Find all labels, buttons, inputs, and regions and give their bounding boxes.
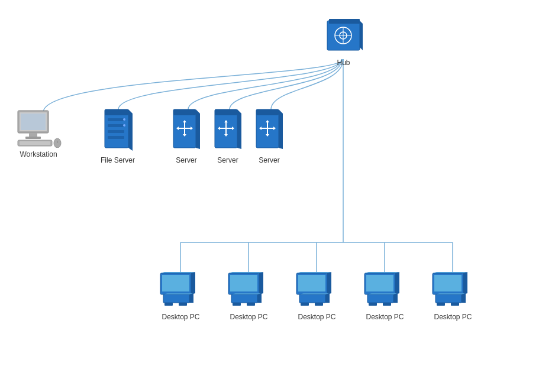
svg-marker-92: [433, 272, 467, 273]
desktop-pc2-label: Desktop PC: [230, 313, 267, 321]
svg-marker-70: [257, 293, 262, 303]
svg-marker-74: [296, 272, 331, 273]
svg-rect-94: [434, 275, 462, 291]
svg-marker-96: [435, 293, 466, 294]
svg-rect-80: [301, 303, 309, 306]
svg-marker-78: [299, 293, 330, 294]
workstation-label: Workstation: [20, 150, 57, 158]
svg-marker-87: [367, 293, 398, 294]
svg-marker-61: [189, 293, 193, 303]
svg-rect-67: [230, 275, 257, 291]
svg-marker-79: [325, 293, 330, 303]
svg-rect-85: [366, 275, 393, 291]
svg-marker-97: [462, 293, 466, 303]
desktop-pc3-icon: [295, 272, 339, 310]
svg-rect-72: [247, 303, 255, 306]
desktop-pc1-label: Desktop PC: [162, 313, 199, 321]
server2-icon: [213, 106, 243, 154]
svg-rect-25: [108, 136, 124, 139]
svg-marker-83: [364, 272, 399, 273]
svg-rect-95: [435, 294, 462, 303]
svg-rect-71: [233, 303, 241, 306]
svg-point-27: [123, 124, 125, 127]
svg-marker-93: [463, 272, 467, 294]
server2-node: Server: [213, 106, 243, 164]
desktop-pc5-icon: [431, 272, 475, 310]
svg-rect-86: [367, 294, 393, 303]
server1-node: Server: [172, 106, 201, 164]
svg-marker-48: [279, 109, 283, 149]
svg-rect-76: [298, 275, 325, 291]
desktop-pc4-node: Desktop PC: [363, 272, 407, 321]
svg-rect-89: [369, 303, 377, 306]
svg-rect-47: [256, 109, 279, 115]
svg-marker-30: [196, 109, 200, 149]
svg-rect-14: [25, 137, 41, 139]
server3-node: Server: [254, 106, 284, 164]
svg-rect-38: [215, 109, 237, 115]
svg-marker-69: [231, 293, 262, 294]
svg-rect-24: [108, 130, 124, 133]
desktop-pc4-icon: [363, 272, 407, 310]
svg-marker-65: [228, 272, 263, 273]
svg-rect-12: [21, 114, 46, 130]
file-server-node: File Server: [101, 106, 135, 164]
desktop-pc3-node: Desktop PC: [295, 272, 339, 321]
svg-rect-22: [108, 118, 124, 121]
svg-rect-23: [108, 124, 124, 127]
desktop-pc5-label: Desktop PC: [434, 313, 472, 321]
svg-rect-62: [164, 303, 173, 306]
server3-label: Server: [259, 156, 279, 164]
svg-marker-21: [128, 109, 133, 151]
svg-rect-58: [162, 275, 189, 291]
svg-marker-66: [259, 272, 263, 294]
file-server-icon: [102, 106, 134, 154]
desktop-pc1-icon: [159, 272, 203, 310]
svg-rect-90: [383, 303, 391, 306]
desktop-pc2-node: Desktop PC: [227, 272, 271, 321]
svg-rect-81: [315, 303, 323, 306]
svg-marker-75: [327, 272, 331, 294]
workstation-icon: [15, 109, 62, 148]
file-server-label: File Server: [101, 156, 135, 164]
svg-marker-56: [160, 272, 195, 273]
svg-marker-5: [360, 21, 363, 50]
svg-rect-98: [437, 303, 445, 306]
svg-marker-57: [191, 272, 195, 294]
svg-marker-84: [395, 272, 399, 294]
svg-rect-77: [299, 294, 325, 303]
server2-label: Server: [217, 156, 238, 164]
network-diagram: Hub Workstation: [0, 0, 555, 392]
svg-rect-68: [231, 294, 257, 303]
desktop-pc3-label: Desktop PC: [298, 313, 335, 321]
server1-label: Server: [176, 156, 196, 164]
svg-rect-59: [163, 294, 189, 303]
desktop-pc5-node: Desktop PC: [431, 272, 475, 321]
hub-icon: [324, 18, 363, 56]
svg-point-26: [123, 118, 125, 121]
svg-rect-29: [173, 109, 196, 115]
hub-label: Hub: [337, 59, 350, 67]
svg-rect-16: [20, 141, 50, 145]
svg-marker-60: [163, 293, 193, 294]
svg-rect-20: [105, 109, 128, 115]
svg-rect-13: [29, 133, 37, 137]
server3-icon: [254, 106, 284, 154]
svg-rect-63: [179, 303, 187, 306]
desktop-pc2-icon: [227, 272, 271, 310]
svg-marker-39: [237, 109, 241, 149]
svg-marker-88: [393, 293, 398, 303]
svg-rect-99: [451, 303, 459, 306]
server1-icon: [172, 106, 201, 154]
svg-rect-4: [329, 19, 360, 24]
hub-node: Hub: [324, 18, 363, 67]
desktop-pc1-node: Desktop PC: [159, 272, 203, 321]
workstation-node: Workstation: [15, 109, 62, 158]
desktop-pc4-label: Desktop PC: [366, 313, 404, 321]
